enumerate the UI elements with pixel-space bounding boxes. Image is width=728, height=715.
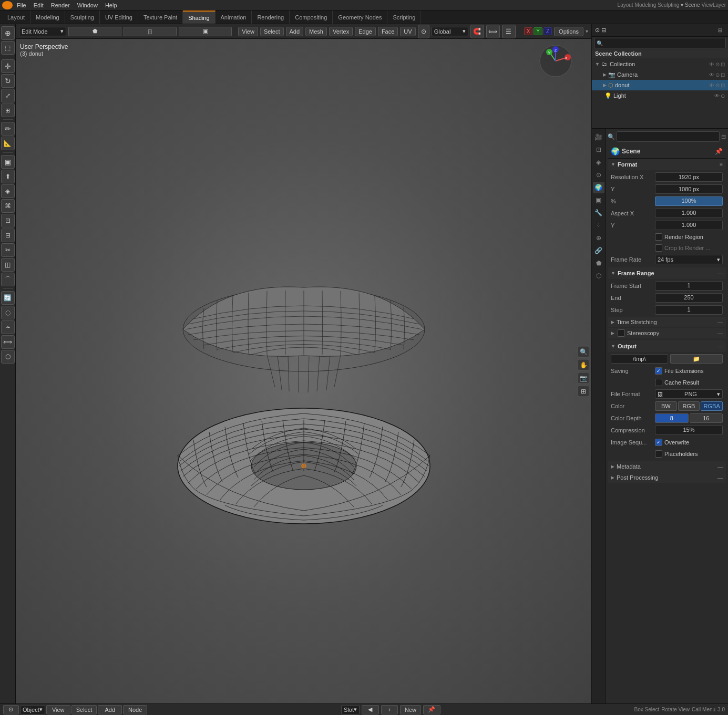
rotate-tool[interactable]: ↻ [1, 74, 15, 88]
smooth-tool[interactable]: ◌ [1, 306, 15, 319]
stereoscopy-checkbox[interactable] [618, 329, 625, 337]
measure-tool[interactable]: 📐 [1, 137, 15, 150]
format-list-icon[interactable]: ≡ [720, 162, 723, 168]
stereoscopy-header[interactable]: ▶ Stereoscopy — [608, 328, 726, 338]
face-btn[interactable]: Face [378, 27, 398, 36]
vertex-mode-btn[interactable]: ⬟ [68, 27, 121, 36]
menu-help[interactable]: Help [102, 0, 120, 10]
snap-btn[interactable]: 🧲 [470, 25, 484, 38]
donut-vis-3[interactable]: ⊡ [721, 82, 725, 88]
mirror-btn[interactable]: ⟺ [486, 25, 500, 38]
menu-render[interactable]: Render [48, 0, 73, 10]
view-btn[interactable]: View [238, 27, 258, 36]
options-btn[interactable]: Options [554, 27, 583, 36]
donut-vis-2[interactable]: ⊙ [715, 82, 720, 88]
props-filter-icon[interactable]: ⊟ [721, 133, 726, 140]
cam-vis-3[interactable]: ⊡ [721, 72, 725, 78]
tab-modeling[interactable]: Modeling [30, 11, 65, 24]
timeline-icon-btn[interactable]: ⊙ [3, 705, 19, 714]
resolution-pct-field[interactable]: 100% [655, 196, 723, 206]
prop-tab-object[interactable]: ▣ [593, 194, 604, 206]
z-constraint-btn[interactable]: Z [544, 27, 552, 35]
object-mode-dropdown[interactable]: Object ▾ [20, 705, 45, 714]
edge-mode-btn[interactable]: ⌹ [124, 27, 177, 36]
add-cube-tool[interactable]: ▣ [1, 155, 15, 169]
aspect-x-field[interactable]: 1.000 [655, 209, 723, 218]
rgb-btn[interactable]: RGB [678, 401, 700, 411]
outliner-item-collection[interactable]: ▼ 🗂 Collection 👁 ⊙ ⊡ [592, 59, 728, 69]
output-collapse-icon[interactable]: — [717, 344, 723, 349]
scene-pin-btn[interactable]: 📌 [715, 148, 723, 155]
hand-icon[interactable]: ✋ [578, 359, 589, 370]
node-bottom-btn[interactable]: Node [123, 705, 147, 714]
rgba-btn[interactable]: RGBA [701, 401, 723, 411]
bw-btn[interactable]: BW [655, 401, 677, 411]
overlay-btn[interactable]: ☰ [502, 25, 516, 38]
resolution-x-field[interactable]: 1920 px [655, 172, 723, 182]
bevel-tool[interactable]: ⌘ [1, 199, 15, 213]
overwrite-checkbox[interactable] [655, 439, 662, 446]
scale-tool[interactable]: ⤢ [1, 89, 15, 102]
prop-tab-scene[interactable]: ⊙ [593, 169, 604, 181]
light-vis-1[interactable]: 👁 [714, 93, 720, 99]
randomize-tool[interactable]: ⩪ [1, 320, 15, 334]
slide-relax-tool[interactable]: ⟺ [1, 335, 15, 349]
menu-file[interactable]: File [14, 0, 29, 10]
prop-tab-material[interactable]: ⬡ [593, 270, 604, 282]
post-processing-header[interactable]: ▶ Post Processing — [608, 472, 726, 483]
outliner-search-input[interactable] [603, 40, 723, 46]
tab-geometry-nodes[interactable]: Geometry Nodes [333, 11, 387, 24]
prop-tab-particles[interactable]: ⁘ [593, 220, 604, 231]
select-box-tool[interactable]: ⬚ [1, 41, 15, 55]
grid-icon[interactable]: ⊞ [578, 385, 589, 397]
add-slot-btn[interactable]: + [381, 705, 398, 714]
proportional-edit-btn[interactable]: ⊙ [418, 25, 429, 38]
tab-scripting[interactable]: Scripting [387, 11, 421, 24]
prop-tab-physics[interactable]: ⊕ [593, 232, 604, 244]
aspect-y-field[interactable]: 1.000 [655, 221, 723, 230]
add-bottom-btn[interactable]: Add [98, 705, 122, 714]
tab-uv-editing[interactable]: UV Editing [100, 11, 138, 24]
file-format-dropdown[interactable]: 🖼 PNG ▾ [655, 389, 723, 399]
tab-texture-paint[interactable]: Texture Paint [138, 11, 183, 24]
viewport-3d[interactable]: User Perspective (3) donut X Y [16, 39, 591, 703]
zoom-icon[interactable]: 🔍 [578, 346, 589, 357]
depth-8-btn[interactable]: 8 [655, 413, 689, 423]
light-vis-2[interactable]: ⊙ [721, 93, 725, 99]
tab-rendering[interactable]: Rendering [252, 11, 290, 24]
axis-gizmo-svg[interactable]: X Y Z [539, 44, 573, 78]
tab-compositing[interactable]: Compositing [290, 11, 333, 24]
polyline-tool[interactable]: ⌒ [1, 273, 15, 286]
frame-range-section-header[interactable]: ▼ Frame Range — [608, 267, 726, 279]
props-search-input[interactable] [617, 131, 720, 142]
vis-icon-1[interactable]: 👁 [709, 61, 714, 67]
face-mode-btn[interactable]: ▣ [179, 27, 232, 36]
outliner-item-donut[interactable]: ▶ ⬡ donut 👁 ⊙ ⊡ [592, 80, 728, 90]
prop-tab-constraints[interactable]: 🔗 [593, 245, 604, 256]
cursor-tool[interactable]: ⊕ [1, 26, 15, 40]
bisect-tool[interactable]: ◫ [1, 258, 15, 272]
mesh-btn[interactable]: Mesh [305, 27, 327, 36]
tab-shading[interactable]: Shading [183, 11, 215, 24]
transform-dropdown[interactable]: Global ▾ [432, 27, 468, 36]
select-bottom-btn[interactable]: Select [71, 705, 97, 714]
tab-layout[interactable]: Layout [2, 11, 30, 24]
loop-cut-tool[interactable]: ⊡ [1, 214, 15, 227]
frame-end-field[interactable]: 250 [655, 293, 723, 303]
output-path-field[interactable]: /tmp\ [611, 354, 668, 364]
frame-range-collapse-icon[interactable]: — [717, 271, 723, 276]
select-btn[interactable]: Select [260, 27, 284, 36]
render-region-checkbox[interactable] [655, 233, 662, 241]
uv-btn[interactable]: UV [400, 27, 415, 36]
frame-step-field[interactable]: 1 [655, 305, 723, 315]
edge-btn[interactable]: Edge [355, 27, 376, 36]
transform-tool[interactable]: ⊞ [1, 103, 15, 117]
prop-tab-modifier[interactable]: 🔧 [593, 207, 604, 219]
add-btn[interactable]: Add [286, 27, 304, 36]
prev-slot-btn[interactable]: ◀ [362, 705, 378, 714]
depth-16-btn[interactable]: 16 [690, 413, 723, 423]
annotate-tool[interactable]: ✏ [1, 122, 15, 136]
vis-icon-3[interactable]: ⊡ [721, 61, 725, 67]
framerate-dropdown[interactable]: 24 fps ▾ [655, 255, 723, 264]
compression-field[interactable]: 15% [655, 426, 723, 435]
